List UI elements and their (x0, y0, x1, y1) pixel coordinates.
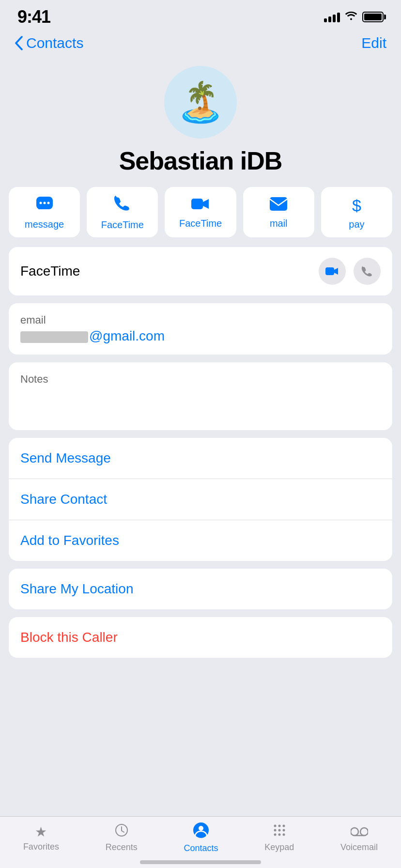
facetime-audio-button[interactable]: FaceTime (87, 187, 158, 237)
wifi-icon (345, 11, 357, 23)
status-icons (324, 11, 384, 23)
facetime-card: FaceTime (9, 247, 392, 295)
email-card: email @gmail.com (9, 303, 392, 355)
facetime-audio-label: FaceTime (101, 219, 144, 231)
recents-icon (115, 823, 128, 840)
home-indicator (140, 860, 261, 864)
contacts-icon (193, 822, 209, 841)
svg-point-9 (199, 826, 203, 831)
mail-label: mail (270, 218, 288, 229)
phone-icon (114, 196, 131, 216)
svg-rect-5 (270, 197, 287, 211)
facetime-row: FaceTime (20, 258, 381, 285)
notes-label: Notes (20, 373, 381, 386)
svg-rect-6 (325, 267, 334, 275)
tab-favorites[interactable]: ★ Favorites (23, 824, 59, 852)
notes-card: Notes (9, 362, 392, 430)
svg-point-1 (39, 202, 42, 204)
favorites-icon: ★ (35, 824, 47, 840)
message-icon (36, 196, 53, 215)
contact-name: Sebastian iDB (109, 146, 292, 175)
svg-point-12 (282, 825, 285, 827)
svg-point-15 (282, 829, 285, 832)
facetime-video-button[interactable]: FaceTime (165, 187, 236, 237)
svg-point-20 (360, 828, 368, 836)
svg-point-17 (278, 834, 280, 836)
contacts-label: Contacts (184, 843, 218, 853)
email-label: email (20, 314, 381, 326)
nav-bar: Contacts Edit (0, 31, 401, 61)
profile-section: 🏝️ Sebastian iDB (0, 61, 401, 187)
signal-icon (324, 12, 340, 22)
svg-point-14 (278, 829, 280, 832)
svg-rect-4 (191, 199, 203, 209)
svg-point-19 (351, 828, 358, 836)
email-value[interactable]: @gmail.com (20, 328, 381, 344)
video-icon (191, 197, 210, 214)
status-bar: 9:41 (0, 0, 401, 31)
favorites-label: Favorites (23, 842, 59, 852)
svg-point-10 (274, 825, 276, 827)
status-time: 9:41 (17, 7, 50, 27)
svg-point-16 (274, 834, 276, 836)
tab-keypad[interactable]: Keypad (264, 823, 294, 852)
mail-button[interactable]: mail (243, 187, 314, 237)
svg-point-2 (43, 202, 46, 204)
svg-point-18 (282, 834, 285, 836)
facetime-audio-call-button[interactable] (354, 258, 381, 285)
battery-icon (362, 12, 384, 22)
message-button[interactable]: message (9, 187, 80, 237)
facetime-label: FaceTime (20, 264, 80, 279)
voicemail-label: Voicemail (340, 842, 378, 852)
tab-voicemail[interactable]: Voicemail (340, 824, 378, 852)
pay-button[interactable]: $ pay (321, 187, 392, 237)
tab-contacts[interactable]: Contacts (184, 822, 218, 853)
mail-icon (270, 197, 287, 214)
voicemail-icon (351, 824, 368, 840)
keypad-label: Keypad (264, 842, 294, 852)
pay-label: pay (349, 219, 364, 230)
back-button[interactable]: Contacts (15, 35, 83, 51)
pay-icon: $ (352, 196, 361, 215)
message-label: message (25, 219, 64, 230)
block-caller-card: Block this Caller (9, 617, 392, 658)
avatar: 🏝️ (164, 66, 237, 139)
svg-point-3 (47, 202, 49, 204)
svg-point-13 (274, 829, 276, 832)
send-message-button[interactable]: Send Message (9, 438, 392, 479)
facetime-action-buttons (319, 258, 381, 285)
edit-button[interactable]: Edit (361, 35, 386, 51)
back-label: Contacts (26, 35, 83, 51)
recents-label: Recents (106, 842, 138, 852)
tab-recents[interactable]: Recents (106, 823, 138, 852)
action-buttons-row: message FaceTime FaceTime (0, 187, 401, 247)
email-blur (20, 331, 88, 343)
share-contact-button[interactable]: Share Contact (9, 479, 392, 520)
facetime-video-label: FaceTime (179, 218, 222, 229)
share-location-button[interactable]: Share My Location (9, 569, 392, 609)
facetime-video-call-button[interactable] (319, 258, 346, 285)
main-content: 🏝️ Sebastian iDB message (0, 61, 401, 735)
add-to-favorites-button[interactable]: Add to Favorites (9, 520, 392, 561)
svg-point-11 (278, 825, 280, 827)
keypad-icon (273, 823, 286, 840)
share-location-card: Share My Location (9, 569, 392, 609)
action-list-card: Send Message Share Contact Add to Favori… (9, 438, 392, 561)
block-caller-button[interactable]: Block this Caller (9, 617, 392, 658)
